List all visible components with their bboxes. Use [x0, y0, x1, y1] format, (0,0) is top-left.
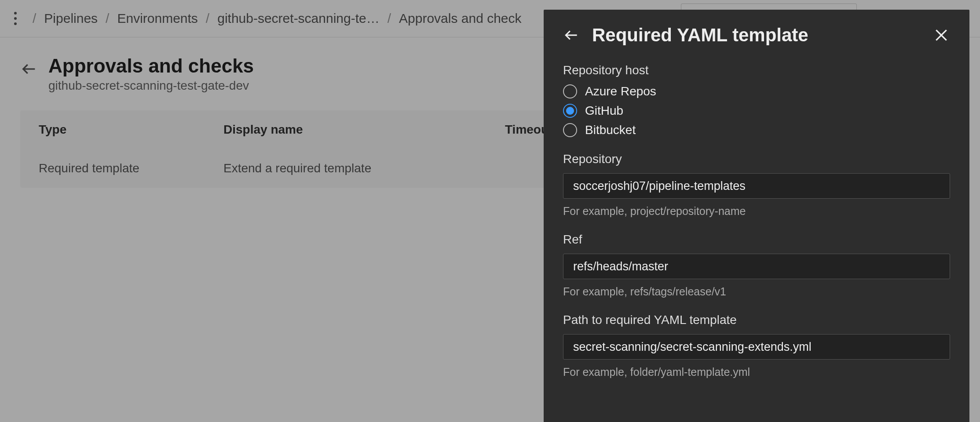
kebab-menu-icon[interactable] — [9, 12, 22, 25]
panel-title: Required YAML template — [592, 25, 920, 46]
radio-icon — [563, 123, 577, 137]
repo-host-radio-group: Azure Repos GitHub Bitbucket — [563, 84, 950, 137]
repo-host-label: Repository host — [563, 63, 950, 77]
path-input[interactable] — [563, 334, 950, 360]
panel-back-icon[interactable] — [563, 27, 580, 44]
breadcrumb: / Pipelines / Environments / github-secr… — [33, 11, 522, 26]
radio-label: Bitbucket — [585, 123, 636, 137]
breadcrumb-item[interactable]: Approvals and check — [399, 11, 522, 26]
repository-label: Repository — [563, 152, 950, 166]
col-header-type: Type — [39, 123, 223, 137]
col-header-display: Display name — [223, 123, 505, 137]
radio-azure-repos[interactable]: Azure Repos — [563, 84, 950, 98]
radio-bitbucket[interactable]: Bitbucket — [563, 123, 950, 137]
ref-label: Ref — [563, 233, 950, 247]
radio-label: Azure Repos — [585, 84, 656, 98]
ref-hint: For example, refs/tags/release/v1 — [563, 285, 950, 298]
path-label: Path to required YAML template — [563, 313, 950, 327]
back-arrow-icon[interactable] — [20, 60, 38, 80]
breadcrumb-item[interactable]: Environments — [117, 11, 197, 26]
close-icon[interactable] — [932, 26, 950, 44]
repository-input[interactable] — [563, 173, 950, 199]
ref-input[interactable] — [563, 254, 950, 279]
cell-display: Extend a required template — [223, 161, 505, 175]
radio-icon — [563, 104, 577, 118]
cell-type: Required template — [39, 161, 223, 175]
required-yaml-panel: Required YAML template Repository host A… — [544, 10, 969, 422]
breadcrumb-item[interactable]: github-secret-scanning-te… — [217, 11, 380, 26]
radio-label: GitHub — [585, 104, 623, 118]
page-title: Approvals and checks — [48, 55, 254, 77]
page-subtitle: github-secret-scanning-test-gate-dev — [48, 79, 254, 93]
radio-github[interactable]: GitHub — [563, 104, 950, 118]
breadcrumb-item[interactable]: Pipelines — [44, 11, 98, 26]
repository-hint: For example, project/repository-name — [563, 205, 950, 218]
path-hint: For example, folder/yaml-template.yml — [563, 366, 950, 378]
radio-icon — [563, 84, 577, 98]
